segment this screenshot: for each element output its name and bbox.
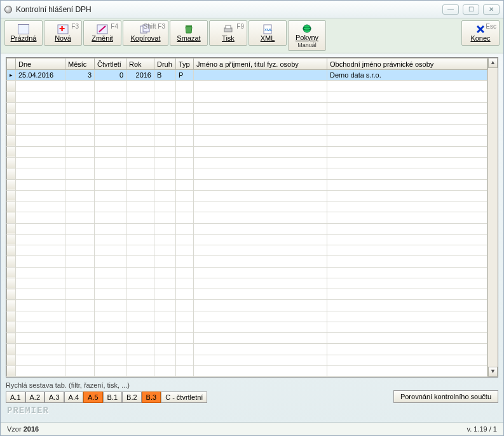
cell-mesic[interactable]: [65, 114, 95, 125]
cell-dne[interactable]: [16, 92, 65, 102]
cell-typ[interactable]: [176, 190, 194, 201]
cell-druh[interactable]: [154, 158, 176, 168]
table-row[interactable]: [7, 311, 487, 322]
cell-jmeno[interactable]: [194, 234, 327, 245]
new-button[interactable]: F3 ✚ Nová: [44, 20, 82, 46]
cell-typ[interactable]: [176, 135, 194, 146]
cell-mesic[interactable]: [65, 267, 95, 278]
cell-mesic[interactable]: [65, 102, 95, 113]
cell-ctvrtleti[interactable]: [95, 267, 126, 278]
minimize-button[interactable]: —: [442, 4, 459, 15]
cell-mesic[interactable]: [65, 344, 95, 355]
cell-jmeno[interactable]: [194, 333, 327, 344]
cell-druh[interactable]: [154, 355, 176, 365]
cell-jmeno[interactable]: [194, 146, 327, 157]
cell-dne[interactable]: [16, 146, 65, 157]
table-row[interactable]: [7, 344, 487, 355]
table-row[interactable]: [7, 102, 487, 113]
cell-obchodni[interactable]: [327, 223, 487, 234]
cell-obchodni[interactable]: [327, 245, 487, 256]
cell-ctvrtleti[interactable]: [95, 355, 126, 365]
cell-mesic[interactable]: [65, 355, 95, 365]
cell-ctvrtleti[interactable]: [95, 81, 126, 92]
cell-rok[interactable]: [126, 201, 154, 212]
cell-obchodni[interactable]: [327, 234, 487, 245]
table-row[interactable]: [7, 322, 487, 332]
cell-dne[interactable]: [16, 212, 65, 223]
cell-druh[interactable]: [154, 289, 176, 300]
cell-dne[interactable]: [16, 135, 65, 146]
cell-ctvrtleti[interactable]: [95, 278, 126, 289]
table-row[interactable]: [7, 300, 487, 311]
cell-rok[interactable]: [126, 92, 154, 102]
col-mesic[interactable]: Měsíc: [65, 58, 95, 70]
cell-typ[interactable]: [176, 365, 194, 376]
compare-checksum-button[interactable]: Porovnání kontrolního součtu: [393, 390, 498, 403]
cell-rok[interactable]: [126, 190, 154, 201]
quick-tab-a-4[interactable]: A.4: [64, 392, 84, 403]
cell-jmeno[interactable]: [194, 344, 327, 355]
cell-rok[interactable]: [126, 135, 154, 146]
cell-ctvrtleti[interactable]: [95, 234, 126, 245]
cell-mesic[interactable]: [65, 256, 95, 267]
quick-tab-b-3[interactable]: B.3: [142, 392, 161, 403]
cell-mesic[interactable]: [65, 146, 95, 157]
cell-ctvrtleti[interactable]: [95, 322, 126, 332]
cell-jmeno[interactable]: [194, 168, 327, 179]
table-row[interactable]: [7, 365, 487, 376]
print-button[interactable]: F9 Tisk: [209, 20, 247, 46]
cell-jmeno[interactable]: [194, 300, 327, 311]
cell-obchodni[interactable]: [327, 300, 487, 311]
cell-druh[interactable]: [154, 114, 176, 125]
cell-typ[interactable]: [176, 201, 194, 212]
cell-obchodni[interactable]: [327, 311, 487, 322]
cell-jmeno[interactable]: [194, 365, 327, 376]
cell-obchodni[interactable]: Demo data s.r.o.: [327, 70, 487, 81]
table-row[interactable]: [7, 114, 487, 125]
cell-mesic[interactable]: [65, 81, 95, 92]
cell-ctvrtleti[interactable]: [95, 102, 126, 113]
cell-ctvrtleti[interactable]: [95, 245, 126, 256]
quick-tab-a-1[interactable]: A.1: [6, 392, 25, 403]
quick-tab-a-3[interactable]: A.3: [44, 392, 64, 403]
cell-jmeno[interactable]: [194, 179, 327, 190]
cell-druh[interactable]: [154, 179, 176, 190]
cell-dne[interactable]: [16, 344, 65, 355]
cell-obchodni[interactable]: [327, 158, 487, 168]
cell-obchodni[interactable]: [327, 333, 487, 344]
cell-dne[interactable]: [16, 223, 65, 234]
cell-dne[interactable]: [16, 245, 65, 256]
cell-obchodni[interactable]: [327, 212, 487, 223]
cell-rok[interactable]: [126, 179, 154, 190]
cell-mesic[interactable]: [65, 278, 95, 289]
table-row[interactable]: [7, 234, 487, 245]
table-row[interactable]: [7, 135, 487, 146]
cell-typ[interactable]: [176, 278, 194, 289]
table-row[interactable]: [7, 146, 487, 157]
cell-mesic[interactable]: [65, 135, 95, 146]
cell-dne[interactable]: [16, 125, 65, 135]
cell-druh[interactable]: [154, 256, 176, 267]
scroll-up-button[interactable]: ▲: [488, 58, 498, 68]
cell-rok[interactable]: [126, 234, 154, 245]
cell-typ[interactable]: P: [176, 70, 194, 81]
cell-jmeno[interactable]: [194, 125, 327, 135]
cell-mesic[interactable]: [65, 322, 95, 332]
cell-obchodni[interactable]: [327, 355, 487, 365]
cell-obchodni[interactable]: [327, 278, 487, 289]
cell-jmeno[interactable]: [194, 114, 327, 125]
cell-jmeno[interactable]: [194, 355, 327, 365]
col-obchodni[interactable]: Obchodní jméno právnické osoby: [327, 58, 487, 70]
table-row[interactable]: [7, 92, 487, 102]
cell-mesic[interactable]: [65, 179, 95, 190]
cell-rok[interactable]: [126, 102, 154, 113]
cell-obchodni[interactable]: [327, 102, 487, 113]
cell-mesic[interactable]: [65, 333, 95, 344]
cell-obchodni[interactable]: [327, 365, 487, 376]
cell-rok[interactable]: [126, 168, 154, 179]
cell-rok[interactable]: [126, 300, 154, 311]
col-druh[interactable]: Druh: [154, 58, 176, 70]
cell-typ[interactable]: [176, 158, 194, 168]
cell-rok[interactable]: [126, 146, 154, 157]
cell-rok[interactable]: [126, 158, 154, 168]
